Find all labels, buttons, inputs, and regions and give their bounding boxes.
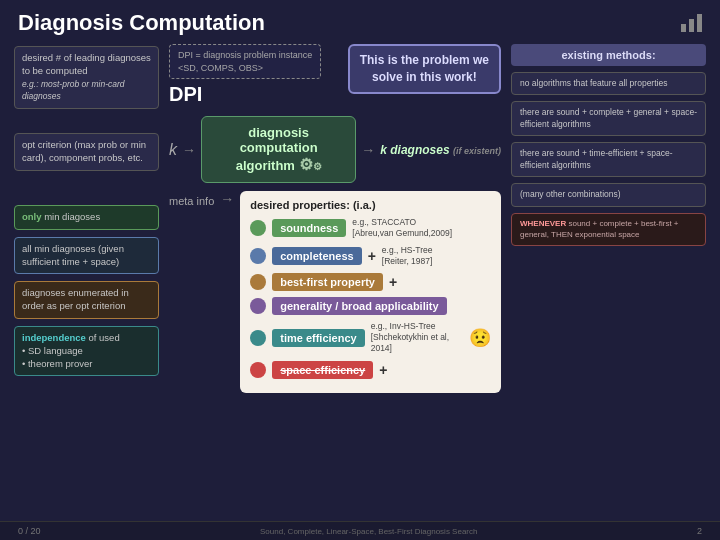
method-box-2: there are sound + complete + general + s… bbox=[511, 101, 706, 136]
desired-diagnoses-box: desired # of leading diagnoses to be com… bbox=[14, 46, 159, 109]
sd-bullet: • SD language bbox=[22, 345, 83, 356]
desired-example: e.g.: most-prob or min-card diagnoses bbox=[22, 79, 125, 102]
arrow-right-2: → bbox=[361, 142, 375, 158]
enumerated-text: diagnoses enumerated in order as per opt… bbox=[22, 287, 129, 311]
generality-bullet bbox=[250, 298, 266, 314]
whenever-box: WHENEVER sound + complete + best-first +… bbox=[511, 213, 706, 247]
problem-line1: This is the problem we bbox=[360, 53, 489, 67]
right-panel: existing methods: no algorithms that fea… bbox=[511, 42, 706, 502]
left-panel: desired # of leading diagnoses to be com… bbox=[14, 42, 159, 502]
completeness-example: e.g., HS-Tree[Reiter, 1987] bbox=[382, 245, 433, 267]
bar3-icon bbox=[697, 14, 702, 32]
best-first-plus: + bbox=[389, 274, 397, 290]
method-box-1: no algorithms that feature all propertie… bbox=[511, 72, 706, 95]
opt-criterion-box: opt criterion (max prob or min card), co… bbox=[14, 133, 159, 171]
dpi-label: DPI bbox=[169, 83, 202, 105]
all-min-text: all min diagnoses (given sufficient time… bbox=[22, 243, 124, 267]
completeness-tag: completeness bbox=[272, 247, 361, 265]
arrow-right-1: → bbox=[182, 142, 196, 158]
opt-text: opt criterion (max prob or min card), co… bbox=[22, 139, 146, 163]
k-label: k bbox=[169, 141, 177, 159]
sad-smiley: 😟 bbox=[469, 327, 491, 349]
center-panel: DPI = diagnosis problem instance <SD, CO… bbox=[169, 42, 501, 502]
method-box-3: there are sound + time-efficient + space… bbox=[511, 142, 706, 177]
dpi-def-line1: DPI = diagnosis problem instance bbox=[178, 50, 312, 60]
k-diagnoses: k diagnoses (if existent) bbox=[380, 143, 501, 157]
problem-line2: solve in this work! bbox=[372, 70, 477, 84]
method-text-3: there are sound + time-efficient + space… bbox=[520, 148, 672, 169]
method-box-4: (many other combinations) bbox=[511, 183, 706, 206]
gear2-icon: ⚙ bbox=[313, 161, 322, 172]
slide-title: Diagnosis Computation bbox=[18, 10, 265, 36]
best-first-row: best-first property + bbox=[250, 273, 491, 291]
generality-tag: generality / broad applicability bbox=[272, 297, 446, 315]
best-first-bullet bbox=[250, 274, 266, 290]
footer-title: Sound, Complete, Linear-Space, Best-Firs… bbox=[260, 527, 477, 536]
k-diagnoses-if: (if existent) bbox=[453, 146, 501, 156]
algo-section: k → diagnosis computation algorithm ⚙⚙ →… bbox=[169, 116, 501, 183]
algo-line3: algorithm bbox=[236, 158, 295, 173]
arrow-right-3: → bbox=[220, 191, 234, 207]
main-content: desired # of leading diagnoses to be com… bbox=[0, 42, 720, 502]
best-first-tag: best-first property bbox=[272, 273, 383, 291]
time-efficiency-row: time efficiency e.g., Inv-HS-Tree[Shchek… bbox=[250, 321, 491, 354]
space-efficiency-tag: space efficiency bbox=[272, 361, 373, 379]
time-efficiency-example: e.g., Inv-HS-Tree[Shchekotykhin et al, 2… bbox=[371, 321, 463, 354]
whenever-keyword: WHENEVER bbox=[520, 219, 566, 228]
soundness-tag: soundness bbox=[272, 219, 346, 237]
method-text-4: (many other combinations) bbox=[520, 189, 621, 199]
bar1-icon bbox=[681, 24, 686, 32]
dpi-top: DPI = diagnosis problem instance <SD, CO… bbox=[169, 44, 501, 106]
enumerated-box: diagnoses enumerated in order as per opt… bbox=[14, 281, 159, 319]
completeness-bullet bbox=[250, 248, 266, 264]
independence-box: independence of used • SD language • the… bbox=[14, 326, 159, 376]
slide: Diagnosis Computation desired # of leadi… bbox=[0, 0, 720, 540]
existing-methods-header: existing methods: bbox=[511, 44, 706, 66]
footer-page: 0 / 20 bbox=[18, 526, 41, 536]
soundness-row: soundness e.g., STACCATO[Abreu,van Gemun… bbox=[250, 217, 491, 239]
k-diagnoses-k: k bbox=[380, 143, 390, 157]
gear-icon: ⚙ bbox=[299, 155, 313, 174]
method-text-1: no algorithms that feature all propertie… bbox=[520, 78, 667, 88]
soundness-example: e.g., STACCATO[Abreu,van Gemund,2009] bbox=[352, 217, 452, 239]
header: Diagnosis Computation bbox=[0, 0, 720, 42]
min-diagoses-text: only bbox=[22, 211, 42, 222]
independence-text: of used bbox=[89, 332, 120, 343]
desired-props-title-text: desired properties: (i.a.) bbox=[250, 199, 375, 211]
desired-props-title: desired properties: (i.a.) bbox=[250, 199, 491, 211]
footer-number: 2 bbox=[697, 526, 702, 536]
algo-box: diagnosis computation algorithm ⚙⚙ bbox=[201, 116, 356, 183]
soundness-bullet bbox=[250, 220, 266, 236]
dpi-def-line2: <SD, COMPS, OBS> bbox=[178, 63, 263, 73]
space-efficiency-row: space efficiency + bbox=[250, 361, 491, 379]
meta-label: meta info bbox=[169, 195, 214, 207]
desired-props-box: desired properties: (i.a.) soundness e.g… bbox=[240, 191, 501, 392]
footer: 0 / 20 Sound, Complete, Linear-Space, Be… bbox=[0, 521, 720, 540]
desired-text: desired # of leading diagnoses to be com… bbox=[22, 52, 151, 76]
independence-highlight: independence bbox=[22, 332, 86, 343]
space-efficiency-plus: + bbox=[379, 362, 387, 378]
method-text-2: there are sound + complete + general + s… bbox=[520, 107, 697, 128]
generality-row: generality / broad applicability bbox=[250, 297, 491, 315]
bar2-icon bbox=[689, 19, 694, 32]
dpi-definition-box: DPI = diagnosis problem instance <SD, CO… bbox=[169, 44, 321, 79]
time-efficiency-tag: time efficiency bbox=[272, 329, 364, 347]
header-icon bbox=[681, 14, 702, 32]
problem-highlight-box: This is the problem we solve in this wor… bbox=[348, 44, 501, 94]
existing-methods-title: existing methods: bbox=[561, 49, 655, 61]
prover-bullet: • theorem prover bbox=[22, 358, 92, 369]
space-efficiency-bullet bbox=[250, 362, 266, 378]
completeness-row: completeness + e.g., HS-Tree[Reiter, 198… bbox=[250, 245, 491, 267]
completeness-plus: + bbox=[368, 248, 376, 264]
time-efficiency-bullet bbox=[250, 330, 266, 346]
algo-line1: diagnosis bbox=[248, 125, 309, 140]
k-diagnoses-label: diagnoses bbox=[390, 143, 449, 157]
min-diagoses-box: only min diagoses bbox=[14, 205, 159, 230]
algo-line2: computation bbox=[240, 140, 318, 155]
all-min-box: all min diagnoses (given sufficient time… bbox=[14, 237, 159, 275]
min-text: min diagoses bbox=[44, 211, 100, 222]
meta-section: meta info → desired properties: (i.a.) s… bbox=[169, 191, 501, 392]
